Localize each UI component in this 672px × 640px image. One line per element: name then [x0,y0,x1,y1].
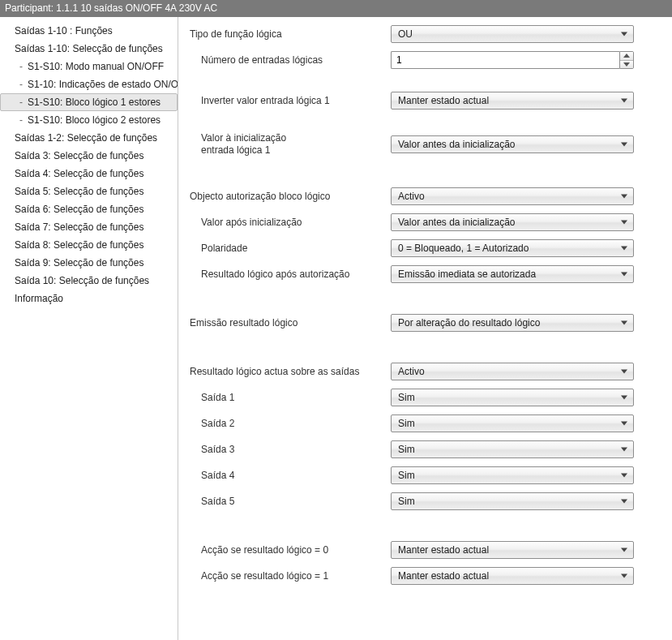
dropdown-value: Sim [398,418,415,429]
dropdown-accao-0[interactable]: Manter estado actual [391,541,634,559]
tree-item[interactable]: S1-S10: Modo manual ON/OFF [0,58,178,75]
dropdown-saida-2[interactable]: Sim [391,414,634,432]
chevron-up-icon [623,54,630,58]
chevron-down-icon [623,62,630,67]
tree-item-label: Informação [15,293,63,304]
dropdown-resultado-saidas[interactable]: Activo [391,363,634,380]
dropdown-resultado-apos-aut[interactable]: Emissão imediata se autorizada [391,265,634,283]
tree-item[interactable]: Saídas 1-10: Selecção de funções [0,40,178,58]
tree-item[interactable]: Saída 5: Selecção de funções [0,183,178,200]
label-obj-aut: Objecto autorização bloco lógico [190,191,391,203]
tree-item[interactable]: Saída 3: Selecção de funções [0,147,178,165]
tree-item-label: Saída 4: Selecção de funções [15,168,143,179]
dropdown-saida-3[interactable]: Sim [391,440,634,458]
label-emissao: Emissão resultado lógico [190,317,391,329]
label-polaridade: Polaridade [190,243,391,255]
tree-item-label: S1-S10: Modo manual ON/OFF [28,61,164,72]
dropdown-value: Valor antes da inicialização [398,139,516,150]
spinner-down-button[interactable] [620,61,633,69]
tree-item[interactable]: S1-10: Indicações de estado ON/O [0,75,178,93]
dropdown-value: 0 = Bloqueado, 1 = Autorizado [398,243,529,254]
label-tipo-funcao: Tipo de função lógica [190,28,391,41]
dropdown-value: Sim [398,496,415,507]
dropdown-saida-1[interactable]: Sim [391,389,634,406]
tree-item-label: S1-10: Indicações de estado ON/O [28,79,178,90]
label-saida-1: Saída 1 [190,392,391,404]
tree-item[interactable]: Saídas 1-2: Selecção de funções [0,129,178,147]
spinner-input-num-entradas[interactable] [391,51,619,69]
tree-item-label: S1-S10: Bloco lógico 1 estores [28,97,161,108]
label-resultado-apos-aut: Resultado lógico após autorização [190,268,391,281]
tree-item-label: Saídas 1-10: Selecção de funções [15,43,163,54]
tree-item-label: Saída 3: Selecção de funções [15,150,143,161]
spinner-buttons [619,51,634,69]
tree-item[interactable]: Saída 4: Selecção de funções [0,165,178,183]
dropdown-tipo-funcao[interactable]: OU [391,25,634,43]
dropdown-emissao[interactable]: Por alteração do resultado lógico [391,314,634,332]
svg-marker-0 [623,54,630,58]
tree-item[interactable]: Saídas 1-10 : Funções [0,22,178,40]
tree-item-label: Saídas 1-10 : Funções [15,25,113,37]
label-num-entradas: Número de entradas lógicas [190,54,391,67]
participant-title: Participant: 1.1.1 10 saídas ON/OFF 4A 2… [5,2,217,14]
tree-item-label: Saída 10: Selecção de funções [15,275,149,286]
main-panel: Tipo de função lógica OU Número de entra… [178,17,672,640]
dropdown-polaridade[interactable]: 0 = Bloqueado, 1 = Autorizado [391,239,634,257]
dropdown-accao-1[interactable]: Manter estado actual [391,567,634,585]
body: Saídas 1-10 : Funções Saídas 1-10: Selec… [0,17,672,640]
dropdown-value: Sim [398,392,415,403]
spinner-up-button[interactable] [620,52,633,61]
tree-item[interactable]: Informação [0,290,178,307]
dropdown-inverter[interactable]: Manter estado actual [391,92,634,110]
dropdown-value: Por alteração do resultado lógico [398,317,540,329]
label-resultado-saidas: Resultado lógico actua sobre as saídas [190,366,391,378]
dropdown-value: Valor antes da inicialização [398,217,516,228]
tree-item[interactable]: S1-S10: Bloco lógico 2 estores [0,111,178,129]
label-valor-init: Valor à inicialização entrada lógica 1 [190,132,391,157]
spinner-num-entradas [391,51,634,69]
tree-item-label: Saída 9: Selecção de funções [15,257,143,268]
label-accao-0: Acção se resultado lógico = 0 [190,544,391,556]
label-valor-apos-init: Valor após inicialização [190,217,391,229]
tree-item-label: Saída 7: Selecção de funções [15,221,143,233]
tree-item-label: S1-S10: Bloco lógico 2 estores [28,114,161,126]
svg-marker-1 [623,62,630,67]
tree-item-label: Saída 8: Selecção de funções [15,239,143,251]
tree-item[interactable]: Saída 6: Selecção de funções [0,200,178,218]
tree-item[interactable]: Saída 10: Selecção de funções [0,272,178,290]
dropdown-value: OU [398,28,413,40]
dropdown-obj-aut[interactable]: Activo [391,187,634,205]
tree-item[interactable]: Saída 7: Selecção de funções [0,218,178,236]
label-accao-1: Acção se resultado lógico = 1 [190,570,391,582]
dropdown-value: Sim [398,444,415,455]
dropdown-value: Sim [398,470,415,481]
dropdown-value: Activo [398,366,425,377]
dropdown-value: Manter estado actual [398,570,489,582]
tree-item-label: Saída 6: Selecção de funções [15,204,143,215]
tree-item[interactable]: Saída 8: Selecção de funções [0,236,178,254]
dropdown-valor-apos-init[interactable]: Valor antes da inicialização [391,213,634,231]
dropdown-saida-5[interactable]: Sim [391,492,634,510]
label-saida-2: Saída 2 [190,418,391,430]
dropdown-valor-init[interactable]: Valor antes da inicialização [391,135,634,153]
label-saida-4: Saída 4 [190,470,391,482]
dropdown-value: Manter estado actual [398,95,489,106]
label-saida-5: Saída 5 [190,496,391,508]
label-saida-3: Saída 3 [190,444,391,456]
tree-item-selected[interactable]: S1-S10: Bloco lógico 1 estores [0,93,178,111]
label-inverter: Inverter valor entrada lógica 1 [190,95,391,107]
sidebar: Saídas 1-10 : Funções Saídas 1-10: Selec… [0,17,178,640]
dropdown-saida-4[interactable]: Sim [391,466,634,484]
tree-item[interactable]: Saída 9: Selecção de funções [0,254,178,272]
dropdown-value: Emissão imediata se autorizada [398,268,536,280]
participant-header: Participant: 1.1.1 10 saídas ON/OFF 4A 2… [0,0,672,17]
dropdown-value: Activo [398,191,425,202]
tree-item-label: Saídas 1-2: Selecção de funções [15,132,157,144]
dropdown-value: Manter estado actual [398,544,489,556]
tree-item-label: Saída 5: Selecção de funções [15,186,143,197]
